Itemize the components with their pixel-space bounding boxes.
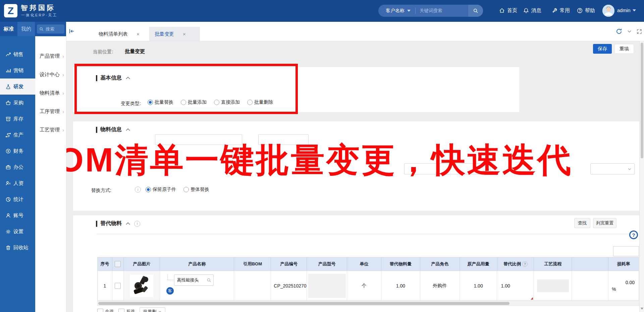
sidebar-item-marketing[interactable]: 营销: [0, 62, 35, 79]
sidebar-item-finance[interactable]: 财务: [0, 143, 35, 159]
refill-button[interactable]: 重填: [614, 44, 634, 54]
material-dropdown[interactable]: [590, 163, 635, 174]
col-header-subqty[interactable]: 替代物料量: [381, 257, 420, 271]
submenu-item-bom[interactable]: 物料清单 ›: [35, 84, 66, 102]
recycle-trash-icon: [6, 245, 11, 250]
search-icon: [39, 27, 44, 31]
cell-image[interactable]: [124, 271, 160, 300]
refresh-icon[interactable]: [616, 28, 622, 35]
cell-ratio[interactable]: 1.00: [497, 271, 534, 300]
sidebar-item-settings[interactable]: 设置: [0, 223, 35, 240]
column-reset-button[interactable]: 列宽重置: [593, 218, 616, 228]
cell-related-process[interactable]: [572, 271, 608, 300]
global-search[interactable]: 客户名称 关键词搜索: [378, 5, 483, 17]
col-header-unit[interactable]: 单位: [347, 257, 381, 271]
scrollbar-thumb[interactable]: [98, 302, 509, 305]
col-header-bom[interactable]: 引用BOM: [234, 257, 271, 271]
sidebar-tab-mine[interactable]: 我的: [17, 22, 35, 36]
submenu-item-craft-mgmt[interactable]: 工艺管理 ›: [35, 121, 66, 139]
col-header-code[interactable]: 产品编号: [271, 257, 307, 271]
user-menu[interactable]: admin: [617, 8, 636, 13]
col-header-index[interactable]: 序号: [98, 257, 112, 271]
col-header-image[interactable]: 产品图片: [124, 257, 160, 271]
sidebar-item-stats[interactable]: 统计: [0, 191, 35, 207]
sidebar-item-hr[interactable]: 人资: [0, 175, 35, 191]
tab-close-icon[interactable]: ×: [137, 31, 140, 37]
find-button[interactable]: 查找: [574, 218, 590, 228]
substitute-header[interactable]: 替代物料 i: [96, 220, 140, 227]
collapse-icon[interactable]: [126, 222, 130, 225]
search-placeholder[interactable]: 关键词搜索: [420, 8, 442, 14]
save-button[interactable]: 保存: [593, 44, 612, 54]
sidebar: 销售 营销 研发 采购 库存 生产 财务 办公: [0, 36, 35, 312]
batch-delete-button[interactable]: 批量删: [140, 307, 165, 312]
tab-batch-change[interactable]: 批量变更 ×: [149, 27, 200, 41]
nav-home[interactable]: 首页: [499, 7, 517, 14]
collapse-sidebar-icon[interactable]: [69, 28, 75, 34]
sidebar-item-recycle[interactable]: 回收站: [0, 240, 35, 256]
chevron-down-icon: [628, 167, 632, 171]
select-all-checkbox[interactable]: [97, 309, 103, 312]
search-category-select[interactable]: 客户名称: [386, 8, 405, 14]
nav-messages[interactable]: 消息: [523, 7, 541, 14]
col-header-ratio[interactable]: 替代比例 ?: [497, 257, 534, 271]
table-filter-input[interactable]: [613, 246, 639, 256]
fullscreen-icon[interactable]: [637, 29, 642, 34]
sidebar-item-sales[interactable]: 销售: [0, 46, 35, 62]
radio-full-replace[interactable]: 整体替换: [183, 187, 209, 193]
invert-checkbox[interactable]: [118, 309, 124, 312]
table-horizontal-scrollbar[interactable]: [97, 301, 639, 306]
scrollbar-thumb[interactable]: [641, 43, 643, 158]
sidebar-item-inventory[interactable]: 库存: [0, 111, 35, 127]
col-header-name[interactable]: 产品名称: [160, 257, 234, 271]
invert-select-control[interactable]: 反选: [118, 309, 135, 312]
cell-substitute-qty[interactable]: 1.00: [381, 271, 420, 300]
sidebar-item-rnd[interactable]: 研发: [0, 79, 35, 95]
search-submit-button[interactable]: [468, 5, 483, 17]
nav-help[interactable]: 帮助: [577, 7, 595, 14]
info-icon[interactable]: i: [135, 187, 141, 193]
col-header-related[interactable]: [572, 257, 608, 271]
col-header-role[interactable]: 产品角色: [420, 257, 460, 271]
submenu-item-product-mgmt[interactable]: 产品管理 ›: [35, 47, 66, 65]
sidebar-item-office[interactable]: 办公: [0, 159, 35, 175]
col-header-origqty[interactable]: 原产品用量: [460, 257, 497, 271]
scroll-down-icon[interactable]: [641, 308, 643, 310]
collapse-icon[interactable]: [126, 128, 130, 131]
row-checkbox[interactable]: [115, 283, 121, 289]
col-header-process[interactable]: 工艺流程: [534, 257, 572, 271]
submenu-item-design-center[interactable]: 设计中心 ›: [35, 65, 66, 84]
material-info-header[interactable]: 物料信息: [96, 126, 130, 133]
table-header-row: 序号 产品图片 产品名称 引用BOM 产品编号 产品型号 单位 替代物料量 产品…: [98, 257, 639, 271]
cell-process[interactable]: [534, 271, 572, 300]
vertical-scrollbar[interactable]: [639, 22, 644, 312]
chevron-down-icon[interactable]: [627, 29, 632, 34]
product-name-input[interactable]: [174, 274, 214, 286]
sidebar-search[interactable]: [37, 24, 64, 34]
table-footer: 全选 反选 批量删: [97, 307, 165, 312]
nav-frequent[interactable]: 常用: [552, 7, 570, 14]
sidebar-search-input[interactable]: [45, 26, 64, 32]
info-icon[interactable]: i: [134, 221, 140, 227]
tab-bom-list[interactable]: 物料清单列表 ×: [90, 27, 158, 41]
sidebar-item-account[interactable]: 账号: [0, 207, 35, 223]
process-input[interactable]: [537, 279, 569, 292]
product-name-value[interactable]: [176, 277, 207, 283]
help-float-button[interactable]: ?: [629, 230, 638, 239]
avatar[interactable]: [602, 5, 614, 17]
cell-bom[interactable]: [234, 271, 271, 300]
select-all-checkbox[interactable]: [115, 261, 121, 267]
tab-close-icon[interactable]: ×: [183, 31, 186, 37]
search-icon[interactable]: [207, 278, 211, 282]
cell-product-name: 客: [160, 271, 234, 300]
cell-product-role: 外购件: [420, 271, 460, 300]
sidebar-item-production[interactable]: 生产: [0, 127, 35, 143]
sidebar-tab-standard[interactable]: 标准: [0, 22, 17, 36]
col-header-loss[interactable]: 损耗率: [608, 257, 639, 271]
ratio-help-icon[interactable]: ?: [522, 261, 528, 267]
submenu-item-process-mgmt[interactable]: 工序管理 ›: [35, 102, 66, 121]
col-header-model[interactable]: 产品型号: [307, 257, 347, 271]
sidebar-item-procurement[interactable]: 采购: [0, 95, 35, 111]
select-all-control[interactable]: 全选: [97, 309, 114, 312]
radio-keep-original[interactable]: 保留原子件: [146, 187, 176, 193]
